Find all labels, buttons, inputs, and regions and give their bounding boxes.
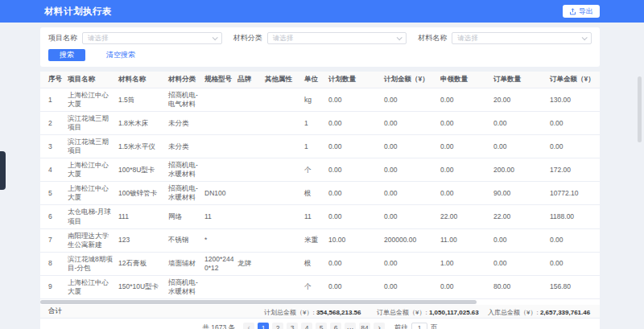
filter-field-project: 项目名称 请选择 [48,32,222,44]
table-cell: 0.00 [439,112,492,135]
column-header-10: 申领数量 [439,72,492,88]
table-cell [203,158,236,182]
search-button[interactable]: 搜索 [48,49,85,61]
table-cell: 0.00 [382,205,439,228]
table-cell: 0.00 [439,88,492,112]
table-cell: * [203,228,236,252]
table-cell: 根 [303,182,327,205]
material-category-label: 材料分类 [233,33,262,43]
table-cell: 0.00 [382,135,439,158]
table-cell: 0.00 [548,112,600,135]
table-cell: 11.00 [439,228,492,252]
clear-search-button[interactable]: 清空搜索 [106,50,135,60]
page-button-84[interactable]: 84 [359,323,370,329]
page-jump-input[interactable] [411,323,427,329]
table-cell: 南阳理达大学生公寓新建 [66,228,117,252]
vertical-scrollbar[interactable] [638,76,642,142]
table-cell [203,135,236,158]
table-cell: 1.5筒 [117,88,167,112]
pagination-ellipsis[interactable]: ··· [345,323,356,329]
table-cell: 0.00 [382,275,439,298]
table-cell: 111 [117,205,167,228]
filter-field-material: 材料名称 请选择 [418,32,592,44]
pagination-prev-button[interactable]: ‹ [243,323,254,329]
table-cell: 1 [303,112,327,135]
table-cell: 1 [40,88,66,112]
material-category-placeholder: 请选择 [273,34,294,43]
table-cell: 1188.00 [548,205,600,228]
table-cell: 22.00 [492,205,548,228]
table-cell: 龙牌 [236,252,263,275]
page-button-6[interactable]: 6 [330,323,341,329]
table-cell: 1200*2440*12 [203,252,236,275]
table-cell: 1.00 [439,252,492,275]
table-cell: 个 [303,275,327,298]
material-plan-table: 序号项目名称材料名称材料分类规格型号品牌其他属性单位计划数量计划金额（¥）申领数… [40,72,600,299]
pagination: 共 1673 条 ‹ 123456···84 › 前往 页 [40,323,600,329]
table-cell [203,88,236,112]
table-cell: 10.00 [327,228,382,252]
table-cell: 网络 [167,205,203,228]
table-cell [236,135,263,158]
page-button-1[interactable]: 1 [258,323,269,329]
column-header-8: 计划数量 [327,72,382,88]
table-cell: 0.00 [492,228,548,252]
filter-field-category: 材料分类 请选择 [233,32,407,44]
material-category-select[interactable]: 请选择 [267,32,407,44]
table-cell: 2 [40,112,66,135]
table-cell: 150*10U型卡 [117,275,167,298]
table-cell: 0.00 [492,135,548,158]
material-name-select[interactable]: 请选择 [452,32,592,44]
sidebar-collapse-handle[interactable] [0,151,6,190]
table-cell: 米重 [303,228,327,252]
chevron-down-icon [212,35,217,40]
horizontal-scrollbar-thumb[interactable] [40,300,477,304]
table-cell: 156.80 [548,275,600,298]
table-cell: 90.00 [492,182,548,205]
table-cell: 130.00 [548,88,600,112]
table-cell: 11 [203,205,236,228]
table-cell: 0.00 [439,182,492,205]
page-button-3[interactable]: 3 [287,323,298,329]
pagination-next-button[interactable]: › [374,323,385,329]
column-header-1: 项目名称 [66,72,117,88]
project-name-select[interactable]: 请选择 [82,32,222,44]
table-cell: 5 [40,182,66,205]
export-icon [569,8,576,15]
table-cell: 0.00 [492,112,548,135]
page-button-5[interactable]: 5 [316,323,327,329]
table-cell: 1.5米水平仪 [117,135,167,158]
column-header-7: 单位 [303,72,327,88]
table-row: 7南阳理达大学生公寓新建123不锈钢*米重10.00200000.0011.00… [40,228,600,252]
table-cell: 个 [303,158,327,182]
table-cell [263,275,303,298]
table-cell: 172.00 [548,158,600,182]
table-cell: 20.00 [492,88,548,112]
column-header-6: 其他属性 [263,72,303,88]
table-cell: 招商机电-电气材料 [167,88,203,112]
filter-row: 项目名称 请选择 材料分类 请选择 材料名称 请选择 [48,32,592,44]
table-cell: 上海松江中心大厦 [66,88,117,112]
table-cell: 1.8米木床 [117,112,167,135]
table-cell: 根 [303,252,327,275]
page-title: 材料计划执行表 [44,6,112,18]
page-button-2[interactable]: 2 [272,323,283,329]
table-cell: 0.00 [382,158,439,182]
table-cell: 滨江花城三期项目 [66,112,117,135]
export-button[interactable]: 导出 [563,5,600,18]
chevron-down-icon [397,35,402,40]
table-cell [263,182,303,205]
table-cell [236,275,263,298]
table-cell [203,112,236,135]
page-button-4[interactable]: 4 [301,323,312,329]
table-cell [263,228,303,252]
table-cell [263,158,303,182]
table-cell: 未分类 [167,112,203,135]
table-cell [236,88,263,112]
total-label: 合计 [40,306,62,316]
table-cell [236,112,263,135]
table-cell: 不锈钢 [167,228,203,252]
material-table-panel: 序号项目名称材料名称材料分类规格型号品牌其他属性单位计划数量计划金额（¥）申领数… [40,72,600,329]
pagination-pages: 123456···84 [258,323,370,329]
table-cell: 3 [40,135,66,158]
